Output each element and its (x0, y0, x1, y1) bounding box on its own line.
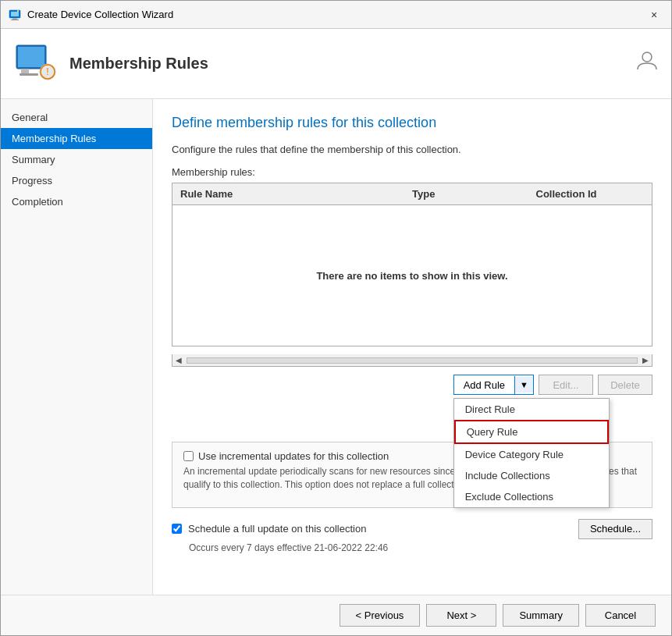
header-left: ! Membership Rules (13, 42, 208, 86)
title-bar-left: Create Device Collection Wizard (9, 9, 173, 21)
col-collection-id: Collection Id (528, 187, 652, 201)
app-icon (9, 9, 21, 21)
membership-rules-label: Membership rules: (172, 166, 652, 178)
page-title: Define membership rules for this collect… (172, 115, 652, 131)
svg-point-12 (642, 52, 652, 62)
svg-rect-2 (12, 18, 17, 20)
next-button[interactable]: Next > (426, 604, 496, 627)
schedule-checkbox[interactable] (172, 524, 182, 534)
svg-text:!: ! (46, 66, 48, 77)
horizontal-scrollbar[interactable]: ◀ ▶ (172, 354, 652, 367)
previous-button[interactable]: < Previous (340, 604, 421, 627)
scroll-right-arrow[interactable]: ▶ (639, 356, 652, 364)
computer-icon: ! (13, 42, 57, 86)
add-rule-dropdown: Direct Rule Query Rule Device Category R… (453, 398, 610, 508)
col-type: Type (404, 187, 528, 201)
svg-rect-6 (18, 47, 44, 67)
content-area: General Membership Rules Summary Progres… (1, 99, 671, 595)
svg-rect-1 (11, 12, 19, 16)
dropdown-device-category-rule[interactable]: Device Category Rule (454, 444, 609, 465)
user-icon (635, 49, 659, 78)
sidebar-item-progress[interactable]: Progress (1, 170, 152, 191)
delete-button[interactable]: Delete (598, 375, 652, 395)
table-header: Rule Name Type Collection Id (172, 183, 652, 205)
col-rule-name: Rule Name (172, 187, 404, 201)
sidebar-item-membership-rules[interactable]: Membership Rules (1, 128, 152, 149)
wizard-footer: < Previous Next > Summary Cancel (1, 595, 671, 635)
add-rule-button[interactable]: Add Rule ▼ (453, 375, 534, 395)
schedule-description: Occurs every 7 days effective 21-06-2022… (189, 542, 652, 553)
sidebar-item-summary[interactable]: Summary (1, 149, 152, 170)
wizard-window: Create Device Collection Wizard × ! Memb… (0, 0, 672, 636)
sidebar: General Membership Rules Summary Progres… (1, 99, 153, 595)
description-text: Configure the rules that define the memb… (172, 144, 652, 155)
dropdown-include-collections[interactable]: Include Collections (454, 465, 609, 486)
add-rule-dropdown-arrow[interactable]: ▼ (515, 377, 533, 393)
sidebar-item-completion[interactable]: Completion (1, 191, 152, 212)
title-bar: Create Device Collection Wizard × (1, 1, 671, 29)
table-body: There are no items to show in this view. (172, 205, 652, 346)
svg-rect-3 (11, 20, 19, 20)
svg-rect-7 (21, 69, 29, 73)
close-button[interactable]: × (645, 5, 663, 24)
add-rule-container: Add Rule ▼ Direct Rule Query Rule Device… (453, 375, 534, 395)
header-bar: ! Membership Rules (1, 29, 671, 99)
svg-point-4 (17, 10, 19, 12)
svg-rect-8 (20, 73, 38, 76)
rule-buttons-row: Add Rule ▼ Direct Rule Query Rule Device… (172, 375, 652, 395)
edit-button[interactable]: Edit... (539, 375, 593, 395)
cancel-button[interactable]: Cancel (585, 604, 656, 627)
dropdown-direct-rule[interactable]: Direct Rule (454, 399, 609, 420)
incremental-updates-label: Use incremental updates for this collect… (198, 450, 389, 462)
main-panel: Define membership rules for this collect… (153, 99, 671, 595)
schedule-section: Schedule a full update on this collectio… (172, 519, 652, 553)
title-bar-controls: × (645, 5, 663, 24)
scroll-left-arrow[interactable]: ◀ (172, 356, 185, 364)
schedule-row: Schedule a full update on this collectio… (172, 519, 652, 539)
schedule-label: Schedule a full update on this collectio… (188, 523, 366, 535)
dropdown-query-rule[interactable]: Query Rule (454, 420, 609, 444)
summary-button[interactable]: Summary (503, 604, 579, 627)
scroll-track[interactable] (187, 357, 638, 364)
window-title: Create Device Collection Wizard (27, 9, 173, 20)
dropdown-exclude-collections[interactable]: Exclude Collections (454, 486, 609, 507)
add-rule-label[interactable]: Add Rule (454, 376, 515, 394)
sidebar-item-general[interactable]: General (1, 107, 152, 128)
header-title: Membership Rules (69, 55, 208, 73)
schedule-button[interactable]: Schedule... (578, 519, 652, 539)
empty-message: There are no items to show in this view. (316, 270, 507, 282)
incremental-updates-checkbox[interactable] (183, 451, 194, 461)
membership-rules-table: Rule Name Type Collection Id There are n… (172, 183, 652, 346)
